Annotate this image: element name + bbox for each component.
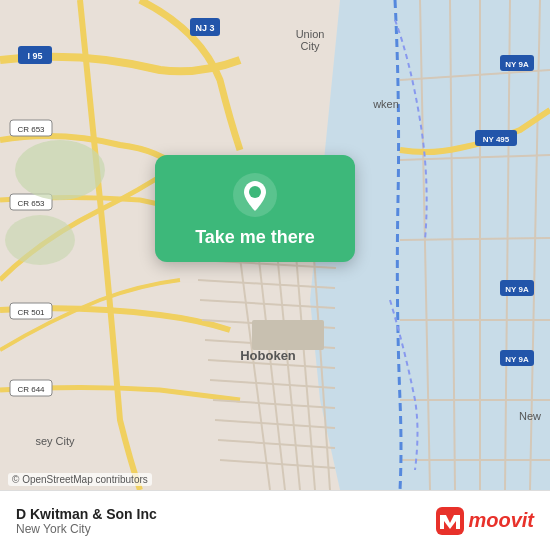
svg-text:NY 9A: NY 9A [505, 60, 529, 69]
svg-text:City: City [301, 40, 320, 52]
take-me-label: Take me there [195, 227, 315, 248]
svg-text:CR 653: CR 653 [17, 199, 45, 208]
moovit-text: moovit [468, 509, 534, 532]
svg-text:CR 644: CR 644 [17, 385, 45, 394]
location-info: D Kwitman & Son Inc New York City [16, 506, 157, 536]
location-pin-icon [233, 173, 277, 217]
moovit-logo: moovit [436, 507, 534, 535]
svg-text:New: New [519, 410, 541, 422]
svg-text:NY 9A: NY 9A [505, 355, 529, 364]
svg-text:CR 501: CR 501 [17, 308, 45, 317]
svg-text:Hoboken: Hoboken [240, 348, 296, 363]
svg-text:wken: wken [372, 98, 399, 110]
location-city: New York City [16, 522, 157, 536]
map-container: I 95 NJ 3 CR 653 CR 653 CR 501 CR 644 CR… [0, 0, 550, 490]
svg-text:I 95: I 95 [27, 51, 42, 61]
svg-point-32 [15, 140, 105, 200]
svg-text:NY 9A: NY 9A [505, 285, 529, 294]
svg-point-33 [5, 215, 75, 265]
moovit-logo-icon [436, 507, 464, 535]
svg-text:Union: Union [296, 28, 325, 40]
svg-text:NY 495: NY 495 [483, 135, 510, 144]
svg-point-35 [249, 186, 261, 198]
bottom-bar: D Kwitman & Son Inc New York City moovit [0, 490, 550, 550]
osm-credit: © OpenStreetMap contributors [8, 473, 152, 486]
svg-text:NJ 3: NJ 3 [195, 23, 214, 33]
svg-text:CR 653: CR 653 [17, 125, 45, 134]
svg-rect-30 [252, 320, 324, 350]
take-me-card[interactable]: Take me there [155, 155, 355, 262]
svg-text:sey City: sey City [35, 435, 75, 447]
location-name: D Kwitman & Son Inc [16, 506, 157, 522]
